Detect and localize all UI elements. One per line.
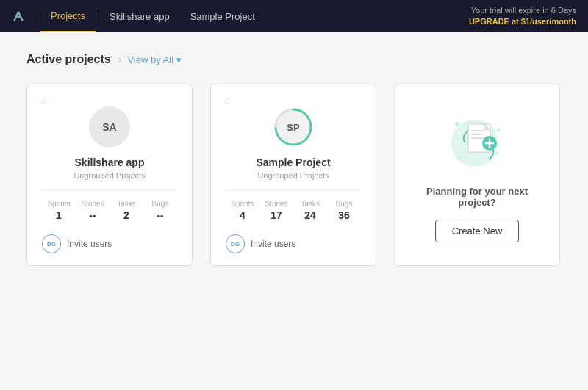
stat-value-stories: -- bbox=[76, 209, 110, 221]
trial-notice: Your trial will expire in 6 Days UPGRADE… bbox=[469, 5, 576, 28]
stat-label-sprints-sp: Sprints bbox=[226, 200, 259, 208]
stat-stories-sa: Stories -- bbox=[76, 200, 110, 221]
card-divider bbox=[42, 190, 177, 191]
project-card-sample: ☆ SP Sample Project Ungrouped Projects S… bbox=[210, 84, 376, 266]
svg-rect-9 bbox=[471, 134, 481, 135]
trial-text: Your trial will expire in 6 Days bbox=[469, 5, 576, 16]
stat-tasks-sa: Tasks 2 bbox=[110, 200, 143, 221]
project-group-sp: Ungrouped Projects bbox=[226, 171, 361, 180]
new-project-illustration bbox=[444, 108, 510, 174]
project-initials-sp: SP bbox=[287, 122, 299, 133]
invite-row-sp: DG Invite users bbox=[226, 231, 361, 253]
breadcrumb-chevron-icon: › bbox=[118, 54, 122, 65]
new-project-card: Planning for your next project? Create N… bbox=[394, 84, 560, 266]
project-avatar-sp: SP bbox=[273, 106, 314, 148]
app-logo bbox=[12, 10, 25, 23]
invite-users-link-sa[interactable]: Invite users bbox=[67, 239, 112, 249]
stats-row-sp: Sprints 4 Stories 17 Tasks 24 Bugs 36 bbox=[226, 200, 361, 221]
stat-value-stories-sp: 17 bbox=[259, 209, 293, 221]
stat-label-bugs-sp: Bugs bbox=[327, 200, 361, 208]
cards-row: ☆ SA Skillshare app Ungrouped Projects S… bbox=[26, 84, 562, 266]
upgrade-label[interactable]: UPGRADE at $1/user/month bbox=[469, 17, 576, 26]
main-content: Active projects › View by All ▾ ☆ SA Ski… bbox=[0, 32, 588, 286]
create-new-button[interactable]: Create New bbox=[435, 220, 520, 242]
stat-label-tasks-sp: Tasks bbox=[293, 200, 327, 208]
project-name-sp: Sample Project bbox=[226, 156, 361, 168]
upgrade-text: UPGRADE at $1/user/month bbox=[469, 16, 576, 27]
stat-stories-sp: Stories 17 bbox=[259, 200, 293, 221]
nav-divider bbox=[37, 7, 37, 25]
project-avatar-sa: SA bbox=[89, 106, 130, 148]
page-title: Active projects bbox=[26, 53, 111, 66]
stat-value-sprints: 1 bbox=[42, 209, 76, 221]
stat-sprints-sp: Sprints 4 bbox=[226, 200, 259, 221]
svg-rect-10 bbox=[471, 137, 483, 139]
stat-value-tasks-sp: 24 bbox=[293, 209, 327, 221]
stat-bugs-sp: Bugs 36 bbox=[327, 200, 361, 221]
view-by-button[interactable]: View by All ▾ bbox=[127, 54, 182, 65]
nav-tab-sample[interactable]: Sample Project bbox=[180, 0, 265, 32]
stat-value-tasks: 2 bbox=[110, 209, 143, 221]
svg-point-6 bbox=[457, 156, 460, 159]
star-icon[interactable]: ☆ bbox=[39, 95, 49, 106]
svg-point-5 bbox=[495, 152, 498, 155]
project-card-skillshare: ☆ SA Skillshare app Ungrouped Projects S… bbox=[26, 84, 193, 266]
nav-divider2 bbox=[96, 7, 96, 25]
stat-sprints-sa: Sprints 1 bbox=[42, 200, 76, 221]
illustration-svg bbox=[444, 108, 510, 174]
stat-tasks-sp: Tasks 24 bbox=[293, 200, 327, 221]
stat-label-tasks: Tasks bbox=[110, 200, 143, 208]
svg-rect-8 bbox=[471, 130, 484, 131]
card-divider-sp bbox=[226, 190, 361, 191]
navbar: Projects Skillshare app Sample Project Y… bbox=[0, 0, 588, 32]
stat-label-stories-sp: Stories bbox=[259, 200, 293, 208]
nav-tab-projects[interactable]: Projects bbox=[40, 0, 96, 32]
view-by-label: View by All bbox=[127, 54, 173, 65]
invite-users-link-sp[interactable]: Invite users bbox=[251, 239, 295, 249]
chevron-down-icon: ▾ bbox=[176, 54, 182, 65]
svg-point-4 bbox=[497, 128, 501, 131]
new-project-text: Planning for your next project? bbox=[409, 186, 545, 208]
svg-point-3 bbox=[455, 122, 459, 126]
user-avatar-dg-sp: DG bbox=[226, 234, 245, 253]
nav-tab-skillshare[interactable]: Skillshare app bbox=[99, 0, 180, 32]
stats-row-sa: Sprints 1 Stories -- Tasks 2 Bugs -- bbox=[42, 200, 177, 221]
user-avatar-dg-sa: DG bbox=[42, 234, 61, 253]
stat-value-bugs: -- bbox=[143, 209, 177, 221]
stat-bugs-sa: Bugs -- bbox=[143, 200, 177, 221]
project-group-sa: Ungrouped Projects bbox=[42, 171, 177, 180]
page-header: Active projects › View by All ▾ bbox=[26, 53, 562, 66]
star-icon-sp[interactable]: ☆ bbox=[223, 95, 232, 106]
project-name-sa: Skillshare app bbox=[42, 156, 177, 168]
stat-value-sprints-sp: 4 bbox=[226, 209, 259, 221]
stat-label-bugs: Bugs bbox=[143, 200, 177, 208]
invite-row-sa: DG Invite users bbox=[42, 231, 177, 253]
stat-label-stories: Stories bbox=[76, 200, 110, 208]
stat-value-bugs-sp: 36 bbox=[327, 209, 361, 221]
stat-label-sprints: Sprints bbox=[42, 200, 76, 208]
